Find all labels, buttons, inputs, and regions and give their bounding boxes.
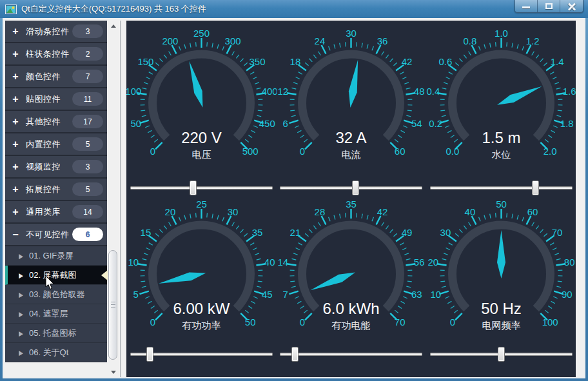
grip-icon <box>111 302 115 308</box>
gauge-tick <box>155 233 159 237</box>
close-button[interactable] <box>560 0 583 12</box>
gauge-value: 220 V <box>181 129 222 146</box>
count-badge: 11 <box>72 92 103 106</box>
gauge-tick <box>386 55 388 59</box>
gauge-tick <box>151 135 155 137</box>
sidebar-subitem-3[interactable]: ▶04. 遮罩层 <box>5 304 107 324</box>
gauge-tick <box>372 46 374 51</box>
gauge-tick <box>190 214 191 219</box>
gauge-tick <box>382 222 384 226</box>
gauge-tick-label: 1.4 <box>551 56 564 67</box>
expand-icon: + <box>5 116 26 128</box>
gauge-tick <box>548 135 552 137</box>
sidebar-group-0[interactable]: +滑动条控件3 <box>5 21 107 43</box>
sidebar-group-4[interactable]: +其他控件17 <box>5 111 107 133</box>
gauge-tick-label: 400 <box>262 86 277 97</box>
gauge-tick <box>255 253 259 255</box>
gauge-tick-label: 50 <box>496 199 507 210</box>
scroll-down-button[interactable] <box>108 367 119 377</box>
collapse-icon: − <box>5 229 26 240</box>
gauge-tick <box>145 297 149 298</box>
sidebar-subitem-5[interactable]: ▶06. 关于Qt <box>5 343 107 362</box>
gauge-tick <box>169 222 172 226</box>
gauge-tick <box>299 243 302 246</box>
gauge-tick <box>386 226 388 230</box>
sidebar-scrollbar[interactable] <box>108 21 119 377</box>
gauge-tick <box>346 42 346 46</box>
sidebar-group-7[interactable]: +拓展控件5 <box>5 179 107 201</box>
gauge-tick <box>142 115 146 117</box>
gauge-tick <box>459 59 462 62</box>
sidebar-group-8[interactable]: +通用类库14 <box>5 201 107 224</box>
sidebar-subitem-4[interactable]: ▶05. 托盘图标 <box>5 324 107 343</box>
gauge-tick-label: 0 <box>300 317 305 327</box>
gauge-tick <box>444 253 448 255</box>
maximize-button[interactable] <box>538 0 560 12</box>
gauge-tick <box>551 301 555 303</box>
sidebar-subitem-1[interactable]: ▶02. 屏幕截图 <box>5 266 107 285</box>
gauge-tick <box>401 130 405 132</box>
gauge-tick-label: 20 <box>165 206 176 217</box>
gauge-tick <box>554 253 559 255</box>
gauge-tick <box>536 55 538 59</box>
window-titlebar[interactable]: Qt自定义控件大全(QQ:517216493) 共 163 个控件 <box>0 0 588 18</box>
gauge-tick <box>455 233 458 237</box>
sidebar-group-9[interactable]: −不可见控件6 <box>5 224 107 246</box>
group-label: 拓展控件 <box>26 184 72 195</box>
gauge-tick-label: 7 <box>283 289 288 300</box>
gauge-title: 水位 <box>492 149 511 160</box>
scroll-up-button[interactable] <box>108 21 119 31</box>
slider-track[interactable] <box>130 186 273 190</box>
gauge-needle <box>497 230 505 278</box>
sidebar-group-3[interactable]: +贴图控件11 <box>5 88 107 111</box>
gauge-tick <box>139 291 148 295</box>
gauge-tick <box>305 313 312 320</box>
gauge-tick-label: 48 <box>414 86 425 97</box>
scrollbar-thumb[interactable] <box>108 250 117 360</box>
gauge-tick <box>148 301 152 303</box>
gauge-tick <box>394 233 397 237</box>
gauge-tick <box>299 72 302 75</box>
gauge-tick <box>305 233 308 237</box>
slider-track[interactable] <box>280 353 422 356</box>
sidebar-group-1[interactable]: +柱状条控件2 <box>5 43 107 66</box>
gauge-tick <box>550 72 554 75</box>
gauge-tick <box>305 142 312 150</box>
slider-4[interactable] <box>280 347 422 362</box>
triangle-icon: ▶ <box>19 271 23 279</box>
gauge-tick <box>322 216 326 224</box>
gauge-tick <box>449 72 453 75</box>
gauge-tick <box>207 42 208 46</box>
gauge-tick <box>404 83 409 84</box>
gauge-tick <box>291 259 296 260</box>
gauge-tick <box>402 248 406 250</box>
gauge-tick <box>394 63 397 66</box>
slider-3[interactable] <box>130 347 273 362</box>
gauge-tick <box>184 44 186 49</box>
gauge-tick <box>545 310 548 313</box>
gauge-tick-label: 6 <box>283 118 288 129</box>
gauge-tick-label: 0.0 <box>446 146 459 157</box>
gauge-ring <box>453 54 551 138</box>
app-icon <box>5 5 17 14</box>
gauge-tick <box>240 230 244 233</box>
sidebar-subitem-0[interactable]: ▶01. GIF录屏 <box>5 246 107 266</box>
gauge-tick <box>545 139 548 142</box>
sidebar-group-2[interactable]: +颜色控件7 <box>5 66 107 88</box>
gauge-tick-label: 100 <box>542 317 558 327</box>
gauge-tick <box>155 313 162 320</box>
gauge-value: 32 A <box>335 129 366 146</box>
sidebar-group-6[interactable]: +视频监控3 <box>5 156 107 179</box>
slider-track[interactable] <box>430 186 573 190</box>
gauge-tick <box>407 110 412 111</box>
slider-handle[interactable] <box>498 347 505 362</box>
slider-handle[interactable] <box>291 347 299 362</box>
slider-5[interactable] <box>430 347 573 362</box>
minimize-button[interactable] <box>515 0 538 12</box>
gauge-tick <box>340 214 340 219</box>
sidebar-subitem-2[interactable]: ▶03. 颜色拾取器 <box>5 285 107 304</box>
slider-handle[interactable] <box>146 347 153 362</box>
gauge-svg: 010203040506070809010050 Hz电网频率 <box>426 191 576 353</box>
sidebar-group-5[interactable]: +内置控件5 <box>5 133 107 156</box>
slider-track[interactable] <box>280 186 422 190</box>
